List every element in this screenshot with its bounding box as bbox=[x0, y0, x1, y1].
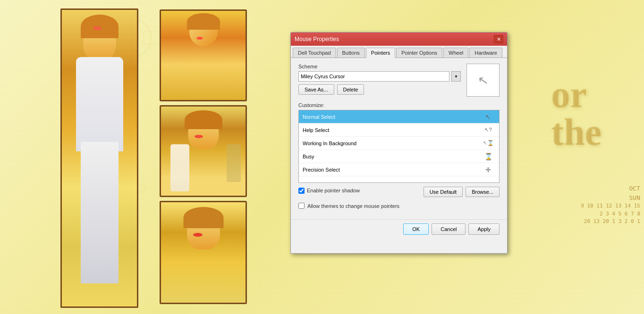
list-item-normal-select[interactable]: Normal Select ↖ bbox=[299, 110, 499, 124]
dialog-footer: OK Cancel Apply bbox=[291, 219, 507, 240]
browse-button[interactable]: Browse... bbox=[466, 187, 500, 197]
allow-themes-checkbox[interactable] bbox=[298, 203, 305, 209]
scheme-dropdown[interactable]: Miley Cyrus Cursor bbox=[298, 71, 449, 82]
mouse-properties-dialog: Mouse Properties ✕ Dell Touchpad Buttons… bbox=[290, 32, 508, 254]
tab-dell-touchpad[interactable]: Dell Touchpad bbox=[293, 48, 336, 58]
photo-box-mid bbox=[160, 105, 247, 197]
tab-pointers[interactable]: Pointers bbox=[366, 48, 395, 58]
list-item-help-select[interactable]: Help Select ↖? bbox=[299, 124, 499, 137]
dialog-titlebar: Mouse Properties ✕ bbox=[291, 33, 507, 46]
cursor-name-working: Working In Background bbox=[303, 140, 481, 146]
cursor-name-help: Help Select bbox=[303, 127, 481, 133]
calendar-display: OCT SUN 9 10 11 12 13 14 15 2 3 4 5 6 7 … bbox=[581, 184, 640, 226]
list-item-working-bg[interactable]: Working In Background ↖⌛ bbox=[299, 137, 499, 150]
photo-box-bottom bbox=[160, 201, 247, 304]
close-button[interactable]: ✕ bbox=[494, 35, 503, 43]
delete-button[interactable]: Delete bbox=[337, 84, 364, 95]
cursor-name-busy: Busy bbox=[303, 154, 481, 159]
list-item-precision-select[interactable]: Precision Select ✛ bbox=[299, 163, 499, 176]
allow-themes-label: Allow themes to change mouse pointers bbox=[307, 203, 399, 209]
cursor-preview-icon: ↖ bbox=[476, 72, 489, 88]
customize-label: Customize: bbox=[298, 102, 500, 108]
apply-button[interactable]: Apply bbox=[468, 223, 500, 235]
use-default-button[interactable]: Use Default bbox=[424, 187, 463, 197]
tab-wheel[interactable]: Wheel bbox=[443, 48, 468, 58]
photo-box-top bbox=[160, 9, 247, 101]
cursor-name-normal: Normal Select bbox=[303, 114, 481, 120]
list-item-busy[interactable]: Busy ⌛ bbox=[299, 150, 499, 163]
right-photo-container bbox=[160, 9, 247, 304]
cancel-button[interactable]: Cancel bbox=[432, 223, 466, 235]
cursor-list: Normal Select ↖ Help Select ↖? Working I… bbox=[298, 110, 500, 183]
ok-button[interactable]: OK bbox=[403, 223, 429, 235]
dialog-title: Mouse Properties bbox=[295, 36, 339, 42]
tab-buttons[interactable]: Buttons bbox=[337, 48, 365, 58]
decorative-text: or the bbox=[551, 75, 602, 151]
scheme-label: Scheme bbox=[298, 64, 461, 69]
save-as-button[interactable]: Save As... bbox=[298, 84, 334, 95]
tab-hardware[interactable]: Hardware bbox=[469, 48, 502, 58]
left-photo-strip bbox=[60, 8, 138, 308]
cursor-icon-working: ↖⌛ bbox=[481, 140, 495, 146]
cursor-icon-precision: ✛ bbox=[481, 166, 495, 174]
cursor-icon-normal: ↖ bbox=[481, 113, 495, 121]
cursor-icon-busy: ⌛ bbox=[481, 153, 495, 160]
enable-shadow-checkbox[interactable] bbox=[298, 188, 305, 194]
dropdown-arrow-icon[interactable]: ▼ bbox=[451, 71, 461, 82]
enable-shadow-label: Enable pointer shadow bbox=[307, 188, 360, 193]
cursor-preview-box: ↖ bbox=[466, 64, 500, 97]
tab-pointer-options[interactable]: Pointer Options bbox=[396, 48, 442, 58]
dialog-tabs: Dell Touchpad Buttons Pointers Pointer O… bbox=[291, 46, 507, 58]
cursor-icon-help: ↖? bbox=[481, 127, 495, 133]
cursor-name-precision: Precision Select bbox=[303, 167, 481, 173]
